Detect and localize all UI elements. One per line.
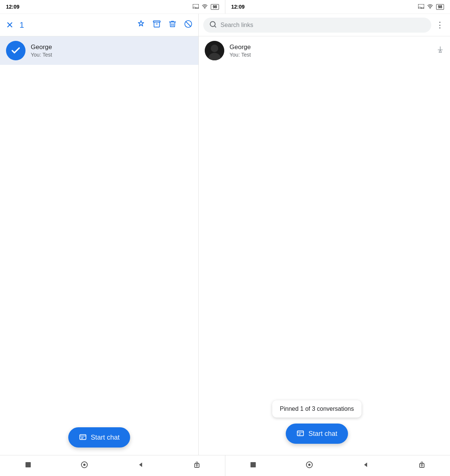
nav-back-right[interactable] bbox=[362, 461, 369, 471]
start-chat-label-right: Start chat bbox=[308, 430, 337, 438]
more-options-icon[interactable]: ⋮ bbox=[434, 19, 446, 31]
svg-point-32 bbox=[308, 464, 310, 466]
svg-marker-25 bbox=[139, 463, 142, 467]
right-battery-icon: 98 bbox=[436, 4, 444, 10]
conv-name-right: George bbox=[230, 43, 431, 51]
right-wifi-icon bbox=[427, 3, 433, 10]
nav-home-right[interactable] bbox=[306, 461, 313, 471]
svg-rect-22 bbox=[26, 462, 31, 467]
svg-rect-9 bbox=[80, 435, 86, 440]
conv-preview-right: You: Test bbox=[230, 52, 431, 58]
search-placeholder: Search links bbox=[220, 22, 425, 28]
svg-rect-18 bbox=[297, 431, 304, 436]
nav-stop-right[interactable] bbox=[249, 461, 257, 471]
start-chat-icon-right bbox=[296, 430, 304, 438]
avatar-check bbox=[6, 41, 26, 60]
svg-point-5 bbox=[430, 8, 430, 9]
close-selection-icon[interactable]: ✕ bbox=[6, 20, 14, 30]
conversation-item-right[interactable]: George You: Test bbox=[199, 36, 450, 65]
start-chat-icon-left bbox=[79, 433, 87, 442]
right-status-time: 12:09 bbox=[231, 4, 245, 10]
start-chat-button-left[interactable]: Start chat bbox=[68, 427, 130, 448]
block-icon[interactable] bbox=[184, 20, 192, 30]
svg-point-35 bbox=[421, 462, 423, 464]
nav-overview-left[interactable] bbox=[193, 461, 201, 471]
start-chat-label-left: Start chat bbox=[91, 434, 120, 442]
pin-status-icon bbox=[436, 46, 444, 55]
delete-icon[interactable] bbox=[168, 20, 177, 30]
svg-marker-33 bbox=[364, 463, 367, 467]
avatar-photo-right bbox=[205, 41, 224, 60]
left-battery-icon: 98 bbox=[211, 4, 219, 10]
conversation-item-left[interactable]: George You: Test bbox=[0, 36, 198, 65]
search-bar[interactable]: Search links bbox=[203, 18, 431, 33]
svg-point-2 bbox=[204, 8, 205, 9]
nav-stop-left[interactable] bbox=[24, 461, 32, 471]
svg-point-1 bbox=[195, 7, 196, 8]
right-screen-icon bbox=[418, 3, 424, 10]
pin-icon[interactable] bbox=[137, 20, 145, 30]
left-screen-icon bbox=[193, 4, 199, 10]
svg-line-8 bbox=[186, 21, 191, 26]
archive-icon[interactable] bbox=[153, 20, 161, 30]
nav-overview-right[interactable] bbox=[418, 461, 426, 471]
svg-point-4 bbox=[421, 8, 422, 9]
svg-line-14 bbox=[214, 25, 216, 27]
selection-count: 1 bbox=[20, 20, 24, 30]
search-icon bbox=[209, 21, 217, 30]
conv-name-left: George bbox=[31, 43, 192, 51]
svg-rect-30 bbox=[250, 462, 256, 467]
pinned-toast: Pinned 1 of 3 conversations bbox=[272, 400, 361, 418]
left-wifi-icon bbox=[202, 4, 208, 10]
start-chat-button-right[interactable]: Start chat bbox=[286, 424, 348, 444]
conv-preview-left: You: Test bbox=[31, 52, 192, 58]
svg-point-16 bbox=[211, 45, 218, 52]
svg-point-24 bbox=[83, 464, 86, 466]
nav-back-left[interactable] bbox=[137, 461, 144, 471]
left-status-time: 12:09 bbox=[6, 4, 20, 10]
svg-point-27 bbox=[196, 462, 198, 464]
svg-rect-6 bbox=[153, 21, 160, 22]
nav-home-left[interactable] bbox=[81, 461, 88, 471]
